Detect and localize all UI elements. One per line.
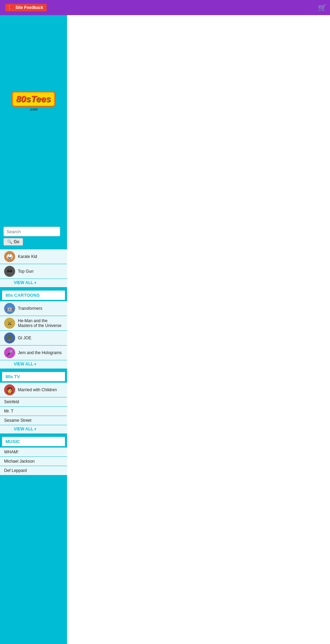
section-cartoons: 80s CARTOONS 🤖 Transformers ⚔ He-Man and… <box>0 290 67 369</box>
music-header[interactable]: MUSIC <box>1 436 66 447</box>
heman-label: He-Man and the Masters of the Universe <box>18 318 63 328</box>
gijoe-icon: 🪖 <box>4 332 15 343</box>
tv-view-all-label: VIEW ALL <box>14 427 33 431</box>
karate-kid-icon: 🥋 <box>4 251 15 262</box>
logo-text: 80sTees <box>16 94 51 104</box>
nav-item-transformers[interactable]: 🤖 Transformers <box>0 301 67 316</box>
gijoe-label: GI JOE <box>18 336 31 340</box>
sidebar-nav: 🥋 Karate Kid 🕶 Top Gun VIEW ALL ▾ 80s CA… <box>0 249 67 475</box>
movies-view-all-label: VIEW ALL <box>14 280 33 285</box>
tv-chevron-icon: ▾ <box>34 427 36 431</box>
section-movies: 🥋 Karate Kid 🕶 Top Gun VIEW ALL ▾ <box>0 249 67 287</box>
nav-item-gijoe[interactable]: 🪖 GI JOE <box>0 331 67 345</box>
flag-icon: 🚩 <box>9 5 14 10</box>
married-children-icon: 👩 <box>4 384 15 395</box>
site-feedback-button[interactable]: 🚩 Site Feedback <box>5 4 47 11</box>
search-icon: 🔍 <box>7 239 12 244</box>
section-tv: 80s TV 👩 Married with Children Seinfeld … <box>0 371 67 433</box>
search-area: 🔍 Go <box>0 223 67 248</box>
cartoons-header[interactable]: 80s CARTOONS <box>1 290 66 301</box>
logo-box[interactable]: 80sTees .com <box>8 89 59 113</box>
karate-kid-label: Karate Kid <box>18 254 37 259</box>
transformers-icon: 🤖 <box>4 303 15 314</box>
nav-item-heman[interactable]: ⚔ He-Man and the Masters of the Universe <box>0 316 67 330</box>
nav-item-michael-jackson[interactable]: Michael Jackson <box>0 457 67 466</box>
married-children-label: Married with Children <box>18 387 57 392</box>
movies-view-all[interactable]: VIEW ALL ▾ <box>0 279 67 287</box>
nav-item-sesame-street[interactable]: Sesame Street <box>0 416 67 425</box>
section-music: MUSIC WHAM! Michael Jackson Def Leppard <box>0 436 67 475</box>
search-input[interactable] <box>3 227 60 236</box>
transformers-label: Transformers <box>18 306 42 311</box>
jem-label: Jem and the Holograms <box>18 350 62 355</box>
tv-view-all[interactable]: VIEW ALL ▾ <box>0 425 67 433</box>
top-gun-label: Top Gun <box>18 269 33 274</box>
nav-item-wham[interactable]: WHAM! <box>0 448 67 456</box>
nav-item-top-gun[interactable]: 🕶 Top Gun <box>0 264 67 279</box>
nav-item-married-children[interactable]: 👩 Married with Children <box>0 383 67 397</box>
heman-icon: ⚔ <box>4 318 15 329</box>
chevron-down-icon: ▾ <box>34 281 36 285</box>
cartoons-chevron-icon: ▾ <box>34 362 36 366</box>
jem-icon: 🎤 <box>4 347 15 358</box>
main-content <box>67 15 330 644</box>
top-gun-icon: 🕶 <box>4 266 15 277</box>
nav-item-seinfeld[interactable]: Seinfeld <box>0 397 67 406</box>
tv-header[interactable]: 80s TV <box>1 371 66 382</box>
cart-icon[interactable]: 🛒 <box>318 3 327 12</box>
nav-item-karate-kid[interactable]: 🥋 Karate Kid <box>0 249 67 264</box>
cartoons-view-all[interactable]: VIEW ALL ▾ <box>0 360 67 369</box>
nav-item-mr-t[interactable]: Mr. T <box>0 407 67 416</box>
cartoons-view-all-label: VIEW ALL <box>14 362 33 366</box>
search-button[interactable]: 🔍 Go <box>3 238 23 246</box>
logo-area: 80sTees .com <box>0 0 67 120</box>
nav-item-jem[interactable]: 🎤 Jem and the Holograms <box>0 346 67 360</box>
nav-item-def-leppard[interactable]: Def Leppard <box>0 466 67 475</box>
logo-com: .com <box>12 108 56 111</box>
top-bar: 🚩 Site Feedback 🛒 <box>0 0 330 15</box>
sidebar: 80sTees .com 🔍 Go 🥋 Karate Kid 🕶 Top Gun <box>0 0 67 644</box>
